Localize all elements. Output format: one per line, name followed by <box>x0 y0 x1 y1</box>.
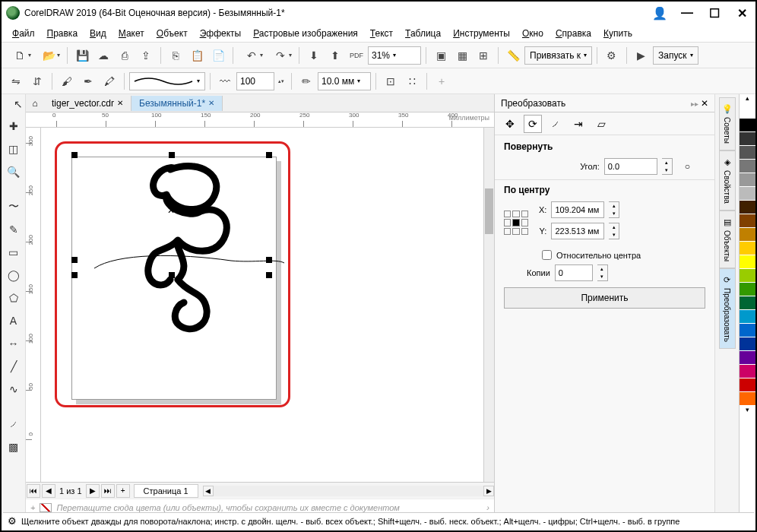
crop-tool[interactable]: ✚ <box>5 117 23 135</box>
new-button[interactable]: 🗋 <box>6 46 33 65</box>
color-swatch[interactable] <box>740 119 755 132</box>
color-swatch[interactable] <box>740 105 755 119</box>
transform-tab-2[interactable]: ⟋ <box>546 115 565 133</box>
gear-icon[interactable]: ⚙ <box>8 515 17 527</box>
selection-handle[interactable] <box>71 257 78 263</box>
launch-button[interactable]: Запуск▾ <box>653 46 698 65</box>
menu-Растровые изображения[interactable]: Растровые изображения <box>249 27 363 40</box>
horizontal-scrollbar[interactable]: ◀▶ <box>203 486 494 496</box>
grid-button[interactable]: ⊞ <box>474 46 493 65</box>
color-swatch[interactable] <box>740 228 755 242</box>
menu-Эффекты[interactable]: Эффекты <box>195 27 246 40</box>
docker-collapse-icon[interactable]: ▸▸ <box>691 100 698 108</box>
menu-Объект[interactable]: Объект <box>152 27 192 40</box>
pen-button[interactable]: ✒ <box>78 71 98 91</box>
options-button[interactable]: ⚙ <box>602 46 622 65</box>
width-stepper[interactable]: ▴▾ <box>276 71 287 91</box>
color-swatch[interactable] <box>740 269 755 283</box>
close-tab-icon[interactable]: ✕ <box>117 99 123 107</box>
mirror-v-button[interactable]: ⇵ <box>27 71 47 91</box>
y-spinner[interactable]: ▴▾ <box>609 223 619 239</box>
print-button[interactable]: ⎙ <box>115 46 135 65</box>
transform-tab-4[interactable]: ▱ <box>592 115 610 133</box>
prev-page-button[interactable]: ◀ <box>42 484 55 498</box>
transform-tab-0[interactable]: ✥ <box>501 115 519 133</box>
close-button[interactable]: ✕ <box>733 6 751 21</box>
maximize-button[interactable]: ☐ <box>705 6 724 21</box>
undo-button[interactable]: ↶ <box>238 46 265 65</box>
color-swatch[interactable] <box>740 392 755 406</box>
ellipse-tool[interactable]: ◯ <box>5 266 23 284</box>
color-swatch[interactable] <box>740 173 755 187</box>
paste-button[interactable]: 📋 <box>187 46 207 65</box>
color-swatch[interactable] <box>740 296 755 310</box>
color-swatch[interactable] <box>740 146 755 160</box>
menu-Таблица[interactable]: Таблица <box>401 27 445 40</box>
cloud-button[interactable]: ☁ <box>93 46 113 65</box>
copies-spinner[interactable]: ▴▾ <box>597 264 608 281</box>
color-swatch[interactable] <box>740 132 755 146</box>
add-page-button[interactable]: + <box>116 484 130 498</box>
shape-tool[interactable]: ◫ <box>5 140 23 158</box>
side-tab-Советы[interactable]: 💡Советы <box>719 97 736 150</box>
color-swatch[interactable] <box>740 283 755 296</box>
fill-tool[interactable]: ▩ <box>5 438 23 456</box>
x-spinner[interactable]: ▴▾ <box>609 201 619 218</box>
anchor-grid[interactable] <box>504 211 528 235</box>
selection-handle[interactable] <box>266 152 272 158</box>
color-swatch[interactable] <box>740 351 755 365</box>
menu-Текст[interactable]: Текст <box>366 27 398 40</box>
doc-tab-2[interactable]: Безымянный-1*✕ <box>131 96 223 111</box>
palette-expand-icon[interactable]: › <box>486 503 489 512</box>
transform-tab-3[interactable]: ⇥ <box>569 115 588 133</box>
selection-handle[interactable] <box>266 272 272 278</box>
close-tab-icon[interactable]: ✕ <box>208 99 214 107</box>
vertical-scrollbar[interactable] <box>483 128 494 482</box>
x-input[interactable]: 109.204 мм <box>551 201 604 218</box>
side-tab-Преобразовать[interactable]: ⟳Преобразовать <box>719 268 736 349</box>
color-swatch[interactable] <box>740 310 755 324</box>
snap-grid-button[interactable]: ⊡ <box>381 71 401 91</box>
y-input[interactable]: 223.513 мм <box>551 223 604 239</box>
menu-Инструменты[interactable]: Инструменты <box>448 27 515 40</box>
color-swatch[interactable] <box>740 255 755 269</box>
clipboard-button[interactable]: 📄 <box>208 46 228 65</box>
relative-checkbox[interactable] <box>542 250 552 260</box>
last-page-button[interactable]: ⏭ <box>101 484 115 498</box>
ruler-button[interactable]: 📏 <box>503 46 523 65</box>
pick-tool[interactable]: ↖ <box>9 95 27 113</box>
home-icon[interactable]: ⌂ <box>26 98 44 109</box>
redo-button[interactable]: ↷ <box>267 46 294 65</box>
fill-button[interactable]: 🖌 <box>57 71 77 91</box>
page-tab[interactable]: Страница 1 <box>134 484 198 498</box>
rectangle-tool[interactable]: ▭ <box>5 243 23 261</box>
snap-to-button[interactable]: Привязать к▾ <box>524 46 592 65</box>
import-button[interactable]: ⬇ <box>304 46 324 65</box>
export-pdf-button[interactable]: ⬆ <box>325 46 345 65</box>
selection-center[interactable]: ✕ <box>167 207 175 214</box>
selection-handle[interactable] <box>169 152 175 158</box>
menu-Макет[interactable]: Макет <box>114 27 149 40</box>
selection-handle[interactable] <box>71 152 78 158</box>
snap-points-button[interactable]: ∷ <box>402 71 422 91</box>
polygon-tool[interactable]: ⬠ <box>5 289 23 307</box>
menu-Окно[interactable]: Окно <box>518 27 548 40</box>
copies-input[interactable]: 0 <box>555 264 593 281</box>
menu-Файл[interactable]: Файл <box>8 27 40 40</box>
color-swatch[interactable] <box>740 160 755 173</box>
fullscreen-button[interactable]: ▣ <box>431 46 451 65</box>
color-swatch[interactable] <box>740 324 755 337</box>
artwork[interactable] <box>41 128 269 242</box>
color-swatch[interactable] <box>740 187 755 201</box>
color-swatch[interactable] <box>740 378 755 392</box>
color-swatch[interactable] <box>740 201 755 214</box>
freehand-tool[interactable]: 〜 <box>5 198 23 216</box>
color-swatch[interactable] <box>740 242 755 255</box>
selection-handle[interactable] <box>169 272 175 278</box>
menu-Справка[interactable]: Справка <box>551 27 596 40</box>
dimension-tool[interactable]: ↔ <box>5 334 23 353</box>
docker-close-icon[interactable]: ✕ <box>701 98 708 109</box>
open-button[interactable]: 📂 <box>35 46 62 65</box>
zoom-combo[interactable]: 31%▾ <box>368 46 421 65</box>
save-button[interactable]: 💾 <box>72 46 92 65</box>
